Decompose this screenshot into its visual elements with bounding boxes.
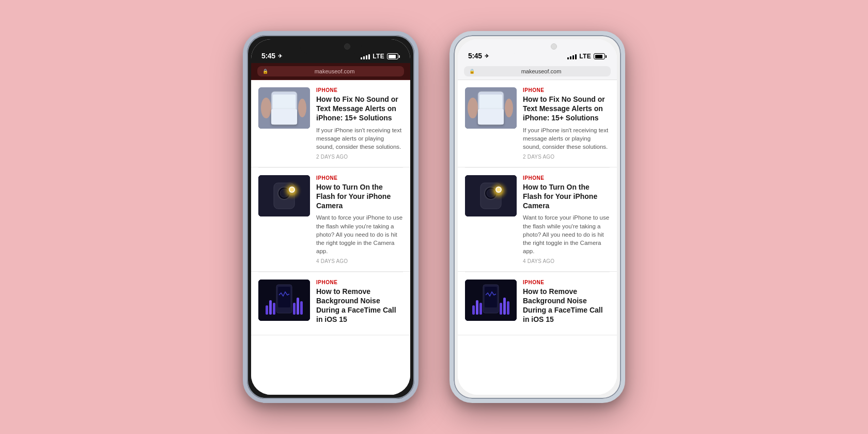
- svg-rect-23: [278, 287, 290, 307]
- title-3-light: How to Remove Background Noise During a …: [523, 287, 610, 324]
- svg-point-50: [497, 188, 501, 192]
- article-body-3-light: IPHONE How to Remove Background Noise Du…: [523, 280, 610, 328]
- article-body-1-dark: IPHONE How to Fix No Sound or Text Messa…: [316, 87, 403, 160]
- svg-rect-8: [274, 119, 277, 121]
- url-bar-dark[interactable]: 🔒 makeuseof.com: [257, 66, 404, 76]
- url-bar-light[interactable]: 🔒 makeuseof.com: [464, 66, 611, 76]
- notch-light: [506, 39, 568, 54]
- svg-rect-59: [507, 301, 509, 315]
- svg-rect-33: [479, 114, 502, 122]
- svg-rect-48: [465, 175, 517, 216]
- category-3-dark: IPHONE: [316, 280, 403, 285]
- category-3-light: IPHONE: [523, 280, 610, 285]
- phone-light: 5:45 ✈ LTE: [450, 31, 625, 403]
- status-bar-dark: 5:45 ✈ LTE: [251, 39, 410, 63]
- status-bar-light: 5:45 ✈ LTE: [458, 39, 617, 63]
- svg-point-42: [468, 98, 478, 118]
- category-2-light: IPHONE: [523, 175, 610, 181]
- battery-light: [594, 53, 607, 59]
- date-2-light: 4 DAYS AGO: [523, 258, 610, 264]
- article-item-2-light[interactable]: IPHONE How to Turn On the Flash for Your…: [458, 168, 617, 272]
- article-body-1-light: IPHONE How to Fix No Sound or Text Messa…: [523, 87, 610, 160]
- phone-frame-dark: 5:45 ✈ LTE: [243, 31, 419, 403]
- browser-bar-dark: 🔒 makeuseof.com: [251, 63, 410, 80]
- location-icon-dark: ✈: [278, 53, 282, 59]
- camera-light: [551, 43, 557, 50]
- article-item-1-dark[interactable]: IPHONE How to Fix No Sound or Text Messa…: [251, 80, 410, 167]
- svg-rect-10: [283, 119, 287, 121]
- svg-rect-29: [300, 301, 303, 315]
- svg-rect-6: [283, 115, 287, 118]
- article-item-2-dark[interactable]: IPHONE How to Turn On the Flash for Your…: [251, 168, 410, 272]
- signal-dark: [361, 53, 370, 59]
- svg-rect-56: [479, 303, 482, 315]
- svg-rect-24: [266, 305, 268, 315]
- svg-rect-34: [481, 115, 484, 118]
- svg-rect-26: [273, 303, 275, 315]
- article-item-3-dark[interactable]: IPHONE How to Remove Background Noise Du…: [251, 272, 410, 335]
- thumb-3-light: [465, 280, 517, 321]
- excerpt-1-light: If your iPhone isn't receiving text mess…: [523, 126, 610, 151]
- battery-dark: [387, 53, 400, 59]
- thumb-2-light: [465, 175, 517, 216]
- svg-rect-35: [485, 115, 489, 118]
- svg-rect-11: [288, 119, 291, 121]
- svg-rect-28: [297, 298, 299, 315]
- svg-rect-3: [273, 114, 296, 122]
- svg-rect-53: [485, 287, 497, 307]
- title-2-light: How to Turn On the Flash for Your iPhone…: [523, 182, 610, 211]
- svg-rect-39: [485, 119, 489, 121]
- svg-rect-7: [288, 115, 291, 118]
- excerpt-1-dark: If your iPhone isn't receiving text mess…: [316, 126, 403, 151]
- category-1-dark: IPHONE: [316, 87, 403, 93]
- category-1-light: IPHONE: [523, 87, 610, 93]
- article-body-2-dark: IPHONE How to Turn On the Flash for Your…: [316, 175, 403, 264]
- svg-rect-40: [490, 119, 493, 121]
- status-right-dark: LTE: [361, 53, 400, 60]
- svg-rect-38: [481, 119, 484, 121]
- article-list-dark: IPHONE How to Fix No Sound or Text Messa…: [251, 80, 410, 335]
- svg-rect-25: [269, 300, 272, 315]
- title-1-light: How to Fix No Sound or Text Message Aler…: [523, 95, 610, 123]
- svg-point-43: [505, 99, 513, 117]
- notch-dark: [300, 39, 362, 54]
- svg-rect-9: [278, 119, 282, 121]
- svg-point-20: [290, 188, 294, 192]
- article-item-3-light[interactable]: IPHONE How to Remove Background Noise Du…: [458, 272, 617, 335]
- category-2-dark: IPHONE: [316, 175, 403, 181]
- article-body-3-dark: IPHONE How to Remove Background Noise Du…: [316, 280, 403, 328]
- content-dark: IPHONE How to Fix No Sound or Text Messa…: [251, 80, 410, 395]
- thumb-1-dark: [258, 87, 310, 129]
- svg-rect-54: [472, 305, 475, 315]
- svg-point-12: [261, 98, 271, 118]
- article-body-2-light: IPHONE How to Turn On the Flash for Your…: [523, 175, 610, 264]
- phone-dark: 5:45 ✈ LTE: [243, 31, 419, 403]
- phone-screen-light: 5:45 ✈ LTE: [458, 39, 617, 395]
- svg-rect-2: [273, 95, 296, 113]
- svg-rect-5: [278, 115, 282, 118]
- content-light: IPHONE How to Fix No Sound or Text Messa…: [458, 80, 617, 395]
- excerpt-2-light: Want to force your iPhone to use the fla…: [523, 213, 610, 255]
- signal-light: [567, 53, 577, 59]
- svg-rect-57: [500, 303, 502, 315]
- date-1-dark: 2 DAYS AGO: [316, 154, 403, 160]
- thumb-1-light: [465, 87, 517, 129]
- svg-rect-37: [494, 115, 498, 118]
- svg-rect-32: [479, 95, 502, 113]
- thumb-2-dark: [258, 175, 310, 216]
- title-2-dark: How to Turn On the Flash for Your iPhone…: [316, 182, 403, 211]
- title-1-dark: How to Fix No Sound or Text Message Aler…: [316, 95, 403, 123]
- time-dark: 5:45 ✈: [261, 52, 282, 60]
- date-2-dark: 4 DAYS AGO: [316, 258, 403, 264]
- date-1-light: 2 DAYS AGO: [523, 154, 610, 160]
- url-text-light: makeuseof.com: [477, 68, 606, 74]
- lock-icon-dark: 🔒: [262, 69, 268, 74]
- svg-point-13: [298, 99, 306, 117]
- article-item-1-light[interactable]: IPHONE How to Fix No Sound or Text Messa…: [458, 80, 617, 167]
- excerpt-2-dark: Want to force your iPhone to use the fla…: [316, 213, 403, 255]
- status-right-light: LTE: [567, 53, 607, 60]
- browser-bar-light: 🔒 makeuseof.com: [458, 63, 617, 80]
- svg-rect-55: [476, 300, 478, 315]
- svg-rect-41: [494, 119, 498, 121]
- svg-rect-4: [274, 115, 277, 118]
